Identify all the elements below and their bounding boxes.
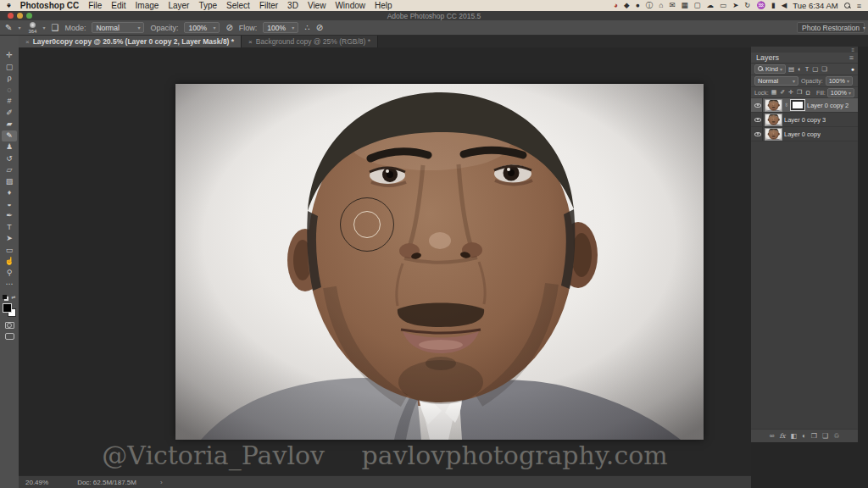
path-selection-tool[interactable]: ➤: [2, 233, 17, 245]
menu-image[interactable]: Image: [136, 0, 159, 11]
menu-select[interactable]: Select: [226, 0, 250, 11]
menu-edit[interactable]: Edit: [111, 0, 125, 11]
layer-row[interactable]: Layer 0 copy 3: [751, 113, 858, 127]
menu-filter[interactable]: Filter: [259, 0, 278, 11]
wifi-icon[interactable]: ♒: [756, 0, 765, 11]
menu-help[interactable]: Help: [375, 0, 392, 11]
apple-menu[interactable]: ♠: [7, 0, 11, 11]
quick-selection-tool[interactable]: ◌: [2, 85, 17, 97]
new-group-icon[interactable]: ❒: [811, 432, 817, 440]
quick-mask-button[interactable]: [5, 322, 14, 329]
gradient-tool[interactable]: ▨: [2, 176, 17, 188]
lock-pixels-icon[interactable]: ✐: [780, 89, 785, 96]
new-layer-icon[interactable]: ❏: [822, 432, 828, 440]
drop-icon[interactable]: ●: [636, 0, 640, 11]
lock-transparency-icon[interactable]: ▦: [771, 89, 777, 96]
layer-blend-mode-select[interactable]: Normal▾: [754, 76, 798, 86]
home-icon[interactable]: ⌂: [659, 0, 663, 11]
menu-file[interactable]: File: [88, 0, 102, 11]
blur-tool[interactable]: ♦: [2, 187, 17, 199]
menu-3d[interactable]: 3D: [287, 0, 298, 11]
document-tab[interactable]: ×Layer0copy copy @ 20.5% (Layer 0 copy 2…: [19, 36, 242, 47]
history-brush-tool[interactable]: ↺: [2, 153, 17, 165]
zoom-tool[interactable]: ⚲: [2, 268, 17, 280]
layer-effects-icon[interactable]: fx: [779, 432, 785, 440]
zoom-level-field[interactable]: 20.49%: [25, 479, 48, 486]
menu-layer[interactable]: Layer: [168, 0, 189, 11]
blend-mode-select[interactable]: Normal▾: [92, 22, 144, 33]
pressure-size-icon[interactable]: ⊘: [316, 20, 323, 36]
layer-row[interactable]: Layer 0 copy: [751, 127, 858, 141]
lock-all-icon[interactable]: Ω: [805, 90, 810, 96]
info-icon[interactable]: ⓘ: [646, 0, 654, 11]
opacity-select[interactable]: 100%▾: [184, 22, 220, 33]
link-layers-icon[interactable]: ∞: [770, 432, 775, 440]
swap-colors-icon[interactable]: ⇄: [11, 294, 15, 300]
tool-preset-caret-icon[interactable]: ▾: [18, 25, 20, 30]
add-layer-mask-icon[interactable]: ◧: [790, 432, 797, 440]
layer-mask-thumbnail[interactable]: [791, 100, 804, 110]
lock-position-icon[interactable]: ✛: [788, 89, 793, 96]
display-icon[interactable]: ▭: [720, 0, 726, 11]
layer-thumbnail[interactable]: [765, 114, 782, 125]
eraser-tool[interactable]: ▱: [2, 164, 17, 176]
healing-brush-tool[interactable]: ▰: [2, 119, 17, 130]
layer-thumbnail[interactable]: [765, 100, 782, 111]
workspace-switcher[interactable]: Photo Restoration▾: [797, 22, 865, 33]
marquee-tool[interactable]: ▢: [2, 62, 17, 74]
screen-mode-button[interactable]: [5, 333, 14, 340]
menu-photoshop-cc[interactable]: Photoshop CC: [20, 0, 79, 11]
fill-select[interactable]: 100%▾: [827, 88, 854, 97]
brush-preset-picker[interactable]: 364: [28, 22, 36, 34]
smart-object-filter-icon[interactable]: ❏: [821, 65, 827, 73]
volume-icon[interactable]: ◀: [782, 0, 787, 11]
upload-icon[interactable]: ➤: [732, 0, 738, 11]
move-tool[interactable]: ✛: [2, 50, 17, 62]
brush-picker-caret-icon[interactable]: ▾: [42, 25, 45, 30]
hand-tool[interactable]: ☝: [2, 256, 17, 268]
panel-menu-icon[interactable]: ≡: [849, 53, 858, 62]
pen-tool[interactable]: ✒: [2, 210, 17, 222]
adjustment-layer-filter-icon[interactable]: ◐: [798, 65, 802, 73]
edit-toolbar-button[interactable]: ⋯: [2, 279, 17, 291]
layer-thumbnail[interactable]: [765, 129, 782, 140]
pixel-layer-filter-icon[interactable]: ▤: [788, 65, 794, 73]
time-machine-icon[interactable]: ↻: [744, 0, 750, 11]
photos-icon[interactable]: ▦: [682, 0, 688, 11]
lasso-tool[interactable]: ρ: [2, 73, 17, 85]
airbrush-icon[interactable]: ∴: [304, 20, 309, 36]
delete-layer-icon[interactable]: ♲: [833, 432, 839, 440]
lock-artboard-icon[interactable]: ❐: [797, 89, 802, 96]
layer-row[interactable]: ∞Layer 0 copy 2: [751, 98, 858, 113]
flow-select[interactable]: 100%▾: [263, 22, 298, 33]
filter-kind-select[interactable]: Kind ▾: [754, 64, 786, 74]
layers-panel-title[interactable]: Layers: [751, 53, 779, 62]
document-size-info[interactable]: Doc: 62.5M/187.5M: [77, 479, 136, 486]
network-gauge-icon[interactable]: ◕: [614, 0, 618, 11]
shield-icon[interactable]: ◆: [624, 0, 630, 11]
brush-tool[interactable]: ✎: [2, 130, 17, 142]
default-colors-icon[interactable]: [3, 295, 7, 299]
cloud-icon[interactable]: ☁: [707, 0, 715, 11]
menu-type[interactable]: Type: [198, 0, 217, 11]
close-tab-icon[interactable]: ×: [25, 38, 30, 46]
menu-view[interactable]: View: [308, 0, 326, 11]
document-canvas[interactable]: [175, 84, 704, 440]
battery-icon[interactable]: ▮: [771, 0, 776, 11]
layer-opacity-select[interactable]: 100%▾: [826, 76, 853, 86]
filter-toggle-icon[interactable]: ●: [851, 66, 854, 72]
status-options-arrow-icon[interactable]: ›: [160, 479, 163, 486]
notification-center-icon[interactable]: ≡: [857, 2, 861, 10]
crop-tool[interactable]: #: [2, 96, 17, 108]
toggle-brush-panel-icon[interactable]: ❑: [51, 20, 58, 36]
type-tool[interactable]: T: [2, 222, 17, 234]
document-tab[interactable]: ×Background copy @ 25% (RGB/8) *: [242, 36, 378, 47]
eyedropper-tool[interactable]: ✐: [2, 108, 17, 119]
collapse-panels-icon[interactable]: ≡: [851, 47, 854, 53]
window-icon[interactable]: ▢: [694, 0, 701, 11]
foreground-color-swatch[interactable]: [3, 303, 12, 313]
visibility-toggle[interactable]: [754, 113, 763, 126]
shape-tool[interactable]: ▭: [2, 245, 17, 257]
pressure-opacity-icon[interactable]: ⊘: [225, 20, 232, 36]
clone-stamp-tool[interactable]: ♟: [2, 141, 17, 153]
